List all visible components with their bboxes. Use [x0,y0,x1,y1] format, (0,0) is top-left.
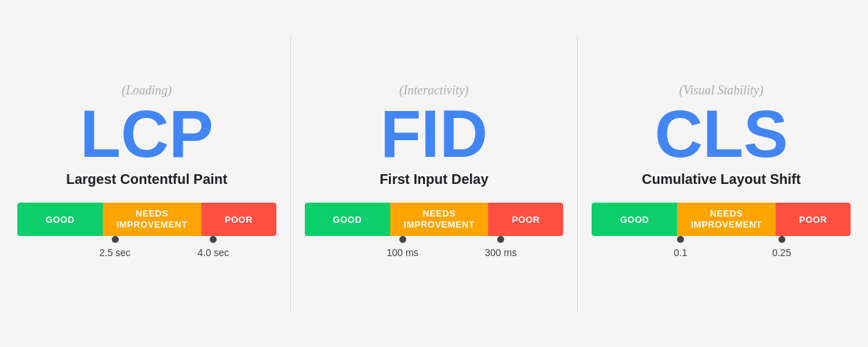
cls-good-segment: GOOD [592,203,677,236]
lcp-markers: 2.5 sec4.0 sec [17,236,276,264]
cls-acronym: CLS [655,101,788,167]
cls-marker-label-0: 0.1 [674,247,687,258]
cls-needs-segment: NEEDSIMPROVEMENT [677,203,776,236]
fid-good-segment: GOOD [305,203,390,236]
fid-bar-wrapper: GOODNEEDSIMPROVEMENTPOOR100 ms300 ms [305,203,564,264]
fid-marker-0: 100 ms [387,236,419,258]
divider [290,35,291,312]
lcp-subtitle: (Loading) [122,83,172,98]
cls-fullname: Cumulative Layout Shift [642,171,801,187]
fid-markers: 100 ms300 ms [305,236,564,264]
lcp-marker-label-1: 4.0 sec [198,247,229,258]
lcp-good-segment: GOOD [17,203,103,236]
cls-marker-1: 0.25 [772,236,791,258]
cls-marker-0: 0.1 [674,236,687,258]
lcp-acronym: LCP [80,101,213,167]
fid-marker-1: 300 ms [485,236,517,258]
fid-poor-segment: POOR [488,203,563,236]
fid-needs-segment: NEEDSIMPROVEMENT [390,203,489,236]
cls-bar-wrapper: GOODNEEDSIMPROVEMENTPOOR0.10.25 [592,203,851,264]
lcp-fullname: Largest Contentful Paint [66,171,227,187]
lcp-marker-0: 2.5 sec [99,236,131,258]
divider [577,35,578,312]
lcp-needs-segment: NEEDSIMPROVEMENT [103,203,201,236]
metric-card-fid: (Interactivity)FIDFirst Input DelayGOODN… [305,83,564,264]
metric-card-cls: (Visual Stability)CLSCumulative Layout S… [592,83,851,264]
cls-poor-segment: POOR [776,203,851,236]
metric-card-lcp: (Loading)LCPLargest Contentful PaintGOOD… [17,83,276,264]
cls-marker-dot-1 [778,236,785,243]
fid-bar: GOODNEEDSIMPROVEMENTPOOR [305,203,564,236]
lcp-marker-1: 4.0 sec [198,236,229,258]
cls-markers: 0.10.25 [592,236,851,264]
main-container: (Loading)LCPLargest Contentful PaintGOOD… [17,35,851,312]
fid-marker-label-1: 300 ms [485,247,517,258]
lcp-bar-wrapper: GOODNEEDSIMPROVEMENTPOOR2.5 sec4.0 sec [17,203,276,264]
lcp-marker-dot-1 [210,236,217,243]
fid-marker-dot-1 [497,236,504,243]
cls-subtitle: (Visual Stability) [679,83,763,98]
fid-marker-label-0: 100 ms [387,247,419,258]
cls-marker-label-1: 0.25 [772,247,791,258]
fid-fullname: First Input Delay [380,171,489,187]
lcp-marker-label-0: 2.5 sec [99,247,131,258]
fid-marker-dot-0 [399,236,406,243]
fid-subtitle: (Interactivity) [399,83,469,98]
lcp-poor-segment: POOR [201,203,276,236]
cls-marker-dot-0 [677,236,684,243]
lcp-marker-dot-0 [112,236,119,243]
cls-bar: GOODNEEDSIMPROVEMENTPOOR [592,203,851,236]
fid-acronym: FID [381,101,488,167]
lcp-bar: GOODNEEDSIMPROVEMENTPOOR [17,203,276,236]
